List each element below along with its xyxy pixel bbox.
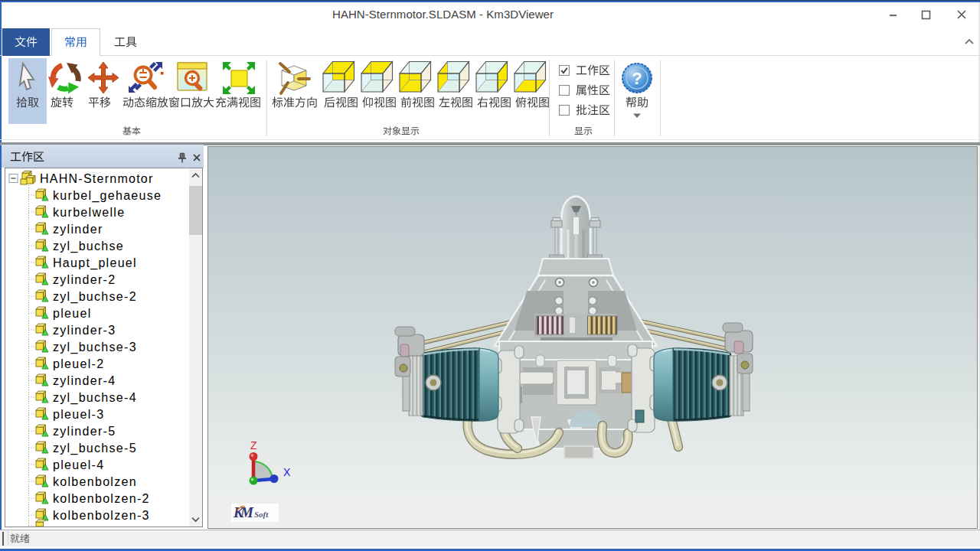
- svg-text:zylinder-5: zylinder-5: [53, 425, 116, 438]
- svg-text:kolbenbolzen: kolbenbolzen: [53, 475, 137, 488]
- svg-text:kurbel_gehaeuse: kurbel_gehaeuse: [53, 189, 162, 203]
- svg-text:kolbenbolzen-3: kolbenbolzen-3: [53, 509, 150, 522]
- svg-text:HAHN-Sternmotor: HAHN-Sternmotor: [40, 172, 154, 185]
- svg-text:zyl_buchse: zyl_buchse: [53, 240, 124, 253]
- svg-text:pleuel-3: pleuel-3: [53, 408, 104, 421]
- svg-text:Haupt_pleuel: Haupt_pleuel: [53, 256, 137, 270]
- svg-text:kolbenbolzen-2: kolbenbolzen-2: [53, 492, 150, 505]
- svg-text:zylinder: zylinder: [53, 223, 103, 236]
- svg-text:pleuel: pleuel: [53, 307, 92, 320]
- svg-text:zyl_buchse-3: zyl_buchse-3: [53, 341, 137, 354]
- svg-text:pleuel-4: pleuel-4: [53, 458, 104, 471]
- svg-text:zyl_buchse-5: zyl_buchse-5: [53, 442, 137, 455]
- svg-text:zyl_buchse-4: zyl_buchse-4: [53, 391, 137, 405]
- svg-text:pleuel-2: pleuel-2: [53, 357, 104, 370]
- svg-text:kurbelwelle: kurbelwelle: [53, 206, 125, 219]
- svg-text:X: X: [283, 466, 291, 478]
- svg-text:zylinder-3: zylinder-3: [53, 324, 116, 337]
- svg-text:?: ?: [632, 69, 642, 88]
- svg-text:zyl_buchse-2: zyl_buchse-2: [53, 290, 137, 304]
- svg-text:zylinder-2: zylinder-2: [53, 273, 116, 286]
- svg-text:Z: Z: [250, 439, 257, 452]
- svg-text:Soft: Soft: [254, 510, 269, 519]
- svg-text:zylinder-4: zylinder-4: [53, 374, 116, 387]
